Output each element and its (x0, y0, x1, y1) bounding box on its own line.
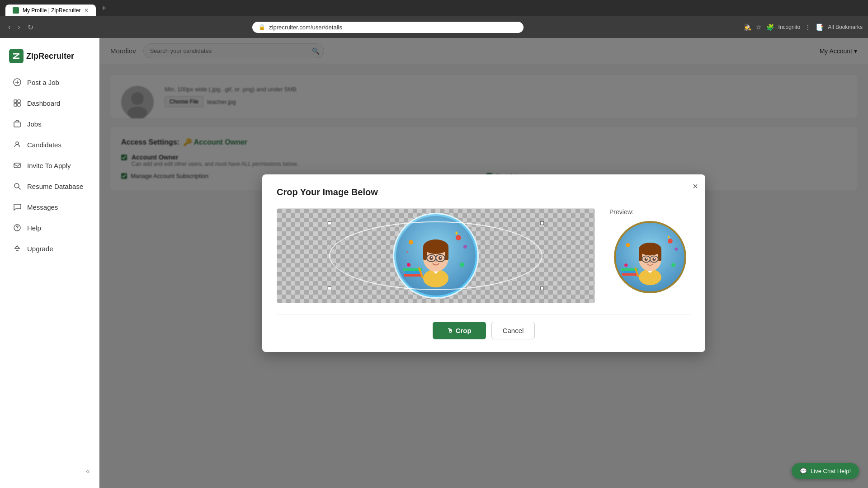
back-button[interactable]: ‹ (5, 21, 13, 33)
sidebar-item-candidates[interactable]: Candidates (4, 135, 95, 155)
close-tab-button[interactable]: ✕ (84, 7, 89, 14)
svg-line-11 (19, 188, 20, 189)
address-bar[interactable]: 🔒 ziprecruiter.com/user/details (252, 22, 524, 33)
svg-rect-9 (14, 163, 20, 168)
dialog-footer: 🖱 Crop Cancel (277, 314, 691, 339)
sidebar-label-help: Help (27, 224, 41, 232)
active-tab[interactable]: My Profile | ZipRecruiter ✕ (5, 5, 96, 16)
svg-rect-14 (16, 250, 19, 251)
svg-rect-48 (623, 271, 637, 273)
tab-title: My Profile | ZipRecruiter (23, 7, 80, 14)
security-icon: 🔒 (259, 24, 265, 30)
dialog-title: Crop Your Image Below (277, 187, 691, 197)
forward-button[interactable]: › (15, 21, 23, 33)
svg-rect-47 (622, 273, 638, 275)
sidebar-label-candidates: Candidates (27, 141, 61, 149)
svg-rect-4 (18, 100, 20, 103)
crop-canvas[interactable]: ✦ • (277, 208, 595, 303)
crop-handle-bottom-left[interactable] (328, 286, 331, 290)
sidebar-item-post-a-job[interactable]: Post a Job (4, 72, 95, 92)
main-content: Moodiov 🔍 My Account ▾ (99, 38, 868, 488)
crop-button-label: Crop (456, 327, 472, 334)
chat-icon: 💬 (800, 468, 807, 474)
preview-circle: ✦ (614, 221, 686, 293)
tab-favicon (13, 7, 19, 14)
logo-text: ZipRecruiter (26, 52, 74, 61)
svg-rect-55 (658, 249, 661, 261)
sidebar-item-resume-database[interactable]: Resume Database (4, 176, 95, 196)
sidebar-label-invite-to-apply: Invite To Apply (27, 162, 71, 169)
sidebar-label-upgrade: Upgrade (27, 245, 53, 253)
sidebar-item-invite-to-apply[interactable]: Invite To Apply (4, 155, 95, 175)
upgrade-icon (13, 244, 22, 253)
svg-point-53 (639, 243, 661, 255)
svg-point-68 (671, 263, 675, 267)
svg-rect-7 (14, 122, 20, 127)
sidebar-label-jobs: Jobs (27, 120, 42, 128)
crop-handle-top-right[interactable] (540, 221, 544, 225)
bookmark-star-icon[interactable]: ☆ (756, 23, 762, 31)
crop-dialog: Crop Your Image Below × (262, 174, 705, 352)
live-chat-label: Live Chat Help! (811, 468, 851, 474)
svg-point-63 (654, 258, 655, 259)
logo: ZipRecruiter (0, 45, 99, 72)
jobs-icon (13, 119, 22, 128)
sidebar-item-jobs[interactable]: Jobs (4, 114, 95, 134)
app-layout: ZipRecruiter Post a Job (0, 38, 868, 488)
more-options-icon[interactable]: ⋮ (805, 23, 811, 31)
help-icon (13, 223, 22, 232)
collapse-icon: « (86, 467, 90, 475)
svg-point-8 (16, 142, 19, 145)
svg-point-66 (675, 247, 678, 250)
nav-controls: ‹ › ↻ (5, 21, 36, 33)
sidebar-item-help[interactable]: Help (4, 218, 95, 238)
live-chat-button[interactable]: 💬 Live Chat Help! (792, 463, 859, 479)
url-text: ziprecruiter.com/user/details (269, 24, 342, 31)
logo-icon (9, 49, 24, 63)
bookmarks-panel-icon[interactable]: 📑 (816, 23, 823, 31)
crop-border (329, 221, 542, 290)
crop-handle-bottom-right[interactable] (540, 286, 544, 290)
crop-button[interactable]: 🖱 Crop (433, 322, 486, 339)
dialog-close-button[interactable]: × (693, 182, 698, 191)
preview-label: Preview: (609, 208, 634, 216)
browser-actions: 🕵 ☆ 🧩 Incognito ⋮ 📑 All Bookmarks (744, 23, 863, 31)
svg-rect-6 (18, 103, 20, 106)
all-bookmarks-label[interactable]: All Bookmarks (828, 24, 863, 30)
svg-rect-3 (14, 100, 17, 103)
extensions-icon[interactable]: 🧩 (766, 23, 774, 31)
sidebar-navigation: Post a Job Dashboard (0, 72, 99, 462)
sidebar-item-upgrade[interactable]: Upgrade (4, 239, 95, 258)
svg-point-69 (624, 263, 627, 267)
invite-to-apply-icon (13, 161, 22, 170)
browser-tab-bar: My Profile | ZipRecruiter ✕ + (0, 0, 868, 16)
cursor-icon: 🖱 (447, 327, 453, 334)
crop-handles (277, 209, 594, 303)
svg-rect-54 (639, 249, 642, 261)
crop-area: ✦ • (277, 208, 595, 303)
sidebar-collapse-button[interactable]: « (0, 462, 99, 481)
svg-text:✦: ✦ (666, 234, 671, 240)
browser-toolbar: ‹ › ↻ 🔒 ziprecruiter.com/user/details 🕵 … (0, 16, 868, 38)
sidebar-item-messages[interactable]: Messages (4, 197, 95, 217)
cancel-button[interactable]: Cancel (491, 322, 535, 339)
candidates-icon (13, 140, 22, 149)
dialog-body: ✦ • (277, 208, 691, 303)
modal-overlay: Crop Your Image Below × (99, 38, 868, 488)
dashboard-icon (13, 99, 22, 108)
profile-icon[interactable]: Incognito (778, 24, 801, 30)
sidebar-label-post-a-job: Post a Job (27, 79, 59, 86)
incognito-icon: 🕵 (744, 23, 751, 31)
svg-point-64 (649, 261, 651, 263)
messages-icon (13, 202, 22, 211)
sidebar-label-dashboard: Dashboard (27, 99, 60, 107)
svg-rect-5 (14, 103, 17, 106)
sidebar-item-dashboard[interactable]: Dashboard (4, 93, 95, 113)
sidebar-label-messages: Messages (27, 203, 58, 211)
sidebar-label-resume-database: Resume Database (27, 183, 83, 190)
svg-point-62 (646, 258, 647, 259)
reload-button[interactable]: ↻ (25, 21, 36, 33)
crop-handle-top-left[interactable] (328, 221, 331, 225)
resume-database-icon (13, 182, 22, 191)
new-tab-button[interactable]: + (98, 4, 110, 13)
